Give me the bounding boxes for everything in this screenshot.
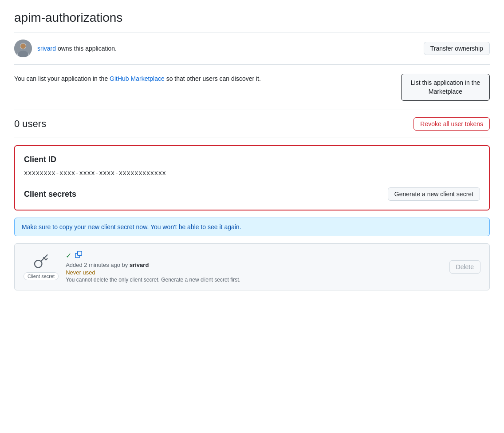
secret-added-text: Added 2 minutes ago by srivard bbox=[66, 262, 442, 268]
delete-secret-button[interactable]: Delete bbox=[449, 260, 480, 274]
ownership-text: srivard owns this application. bbox=[37, 45, 117, 52]
transfer-ownership-button[interactable]: Transfer ownership bbox=[424, 42, 490, 55]
secret-item: Client secret ✓ Added 2 minutes ago by s… bbox=[14, 243, 490, 290]
secret-badge: Client secret bbox=[24, 272, 59, 280]
users-count: 0 users bbox=[14, 118, 46, 130]
copy-icon[interactable] bbox=[75, 251, 82, 260]
secret-details: ✓ Added 2 minutes ago by srivard Never u… bbox=[66, 251, 442, 283]
secret-copy-row: ✓ bbox=[66, 251, 442, 260]
secret-delete-col: Delete bbox=[449, 260, 480, 274]
client-id-label: Client ID bbox=[24, 155, 480, 164]
ownership-left: srivard owns this application. bbox=[14, 40, 117, 57]
ownership-row: srivard owns this application. Transfer … bbox=[14, 32, 490, 64]
check-icon: ✓ bbox=[66, 251, 71, 260]
secret-owner-link[interactable]: srivard bbox=[130, 262, 149, 268]
secret-warning-text: You cannot delete the only client secret… bbox=[66, 277, 442, 283]
secret-icon-wrap: Client secret bbox=[24, 254, 59, 280]
users-row: 0 users Revoke all user tokens bbox=[14, 110, 490, 138]
client-secrets-row: Client secrets Generate a new client sec… bbox=[24, 187, 480, 201]
page-title: apim-authorizations bbox=[14, 11, 490, 25]
avatar bbox=[14, 40, 32, 57]
revoke-all-tokens-button[interactable]: Revoke all user tokens bbox=[413, 117, 490, 131]
marketplace-description: You can list your application in the Git… bbox=[14, 74, 261, 83]
generate-secret-button[interactable]: Generate a new client secret bbox=[388, 187, 480, 201]
github-marketplace-link[interactable]: GitHub Marketplace bbox=[110, 75, 165, 82]
svg-point-3 bbox=[20, 44, 26, 49]
divider-4 bbox=[14, 138, 490, 138]
marketplace-row: You can list your application in the Git… bbox=[14, 65, 490, 110]
list-marketplace-button[interactable]: List this application in the Marketplace bbox=[401, 74, 490, 101]
client-secrets-box: Client ID xxxxxxxx-xxxx-xxxx-xxxx-xxxxxx… bbox=[14, 145, 490, 211]
owner-username-link[interactable]: srivard bbox=[37, 45, 56, 52]
info-banner: Make sure to copy your new client secret… bbox=[14, 218, 490, 236]
owns-text: owns this application. bbox=[58, 45, 117, 52]
client-secrets-label: Client secrets bbox=[24, 190, 76, 199]
secret-usage: Never used bbox=[66, 269, 442, 276]
client-id-value: xxxxxxxx-xxxx-xxxx-xxxx-xxxxxxxxxxxx bbox=[24, 170, 480, 177]
key-icon bbox=[33, 254, 49, 270]
